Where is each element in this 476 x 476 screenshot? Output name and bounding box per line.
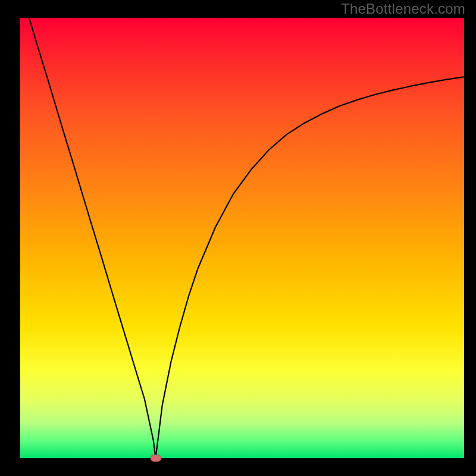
chart-container: TheBottleneck.com bbox=[0, 0, 476, 476]
optimum-marker bbox=[151, 455, 161, 462]
bottleneck-curve bbox=[0, 0, 476, 476]
